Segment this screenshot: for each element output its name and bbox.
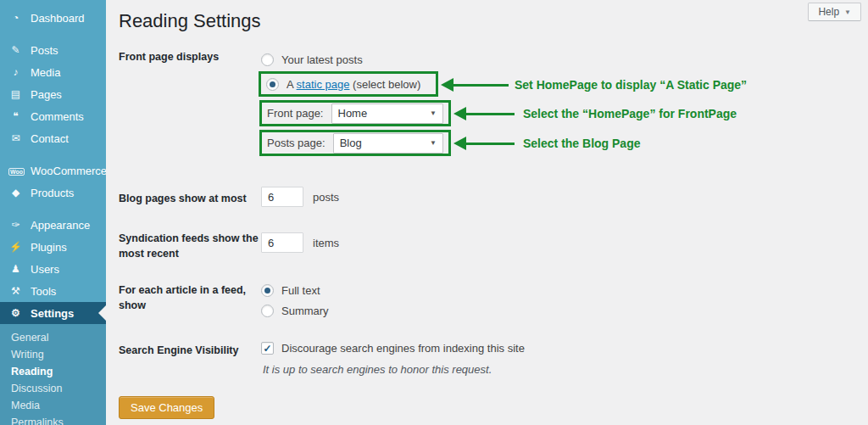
arrow-left-icon [453, 137, 466, 150]
submenu-item-writing[interactable]: Writing [0, 346, 106, 363]
arrow-left-icon [441, 78, 453, 92]
front-page-select[interactable]: Home ▼ [331, 103, 444, 124]
front-page-displays-label: Front page displays [119, 49, 264, 64]
blog-pages-label: Blog pages show at most [119, 191, 264, 206]
front-page-select-label: Front page: [267, 107, 324, 120]
sidebar-item-pages[interactable]: ▤ Pages [0, 83, 106, 105]
sidebar-item-label: Contact [31, 132, 69, 145]
user-icon: ♟ [8, 263, 23, 275]
chevron-down-icon: ▼ [430, 139, 437, 147]
annotation-box-static-page: A static page (select below) [259, 71, 438, 97]
annotation-text-blog-page: Select the Blog Page [523, 137, 640, 150]
sidebar-item-media[interactable]: ♪ Media [0, 61, 106, 83]
wrench-icon: ⚒ [8, 285, 23, 297]
comment-bubble-icon: ❝ [8, 110, 23, 122]
summary-radio-row: Summary [261, 305, 329, 317]
submenu-item-discussion[interactable]: Discussion [0, 380, 106, 397]
wordpress-admin-window: ◔ Dashboard ✎ Posts ♪ Media ▤ Pages ❝ Co… [0, 0, 868, 425]
full-text-radio[interactable] [261, 284, 274, 297]
sidebar-separator [0, 149, 106, 159]
sidebar-item-label: Posts [31, 44, 58, 57]
sidebar-separator [0, 204, 106, 214]
latest-posts-radio[interactable] [261, 53, 274, 66]
woocommerce-icon: Woo [8, 165, 23, 176]
submenu-item-reading[interactable]: Reading [0, 363, 106, 380]
summary-radio[interactable] [261, 305, 274, 317]
chevron-down-icon: ▼ [430, 109, 437, 117]
plug-icon: ⚡ [8, 241, 23, 253]
annotation-arrow-2 [453, 107, 515, 120]
sidebar-item-label: Dashboard [31, 12, 85, 25]
sidebar-item-label: Appearance [31, 219, 90, 232]
feed-show-label: For each article in a feed, show [119, 282, 264, 313]
annotation-arrow-3 [453, 137, 515, 150]
sidebar-item-dashboard[interactable]: ◔ Dashboard [0, 7, 106, 29]
annotation-box-posts-page-select: Posts page: Blog ▼ [259, 130, 451, 156]
help-label: Help [818, 6, 839, 18]
discourage-checkbox[interactable]: ✓ [261, 342, 274, 355]
sidebar-main-menu: ◔ Dashboard ✎ Posts ♪ Media ▤ Pages ❝ Co… [0, 0, 106, 324]
main-content: Help ▼ Reading Settings Front page displ… [106, 0, 868, 425]
settings-submenu: General Writing Reading Discussion Media… [0, 324, 106, 425]
syndication-count-input[interactable] [261, 232, 303, 253]
sidebar-item-settings[interactable]: ⚙ Settings [0, 302, 106, 324]
products-cube-icon: ◆ [8, 187, 23, 199]
full-text-radio-label: Full text [281, 284, 320, 297]
sidebar-item-appearance[interactable]: ✑ Appearance [0, 214, 106, 236]
sidebar-item-users[interactable]: ♟ Users [0, 258, 106, 280]
static-page-radio-label: A static page (select below) [287, 78, 420, 91]
sidebar-item-label: WooCommerce [31, 165, 107, 177]
posts-page-select[interactable]: Blog ▼ [333, 133, 443, 154]
sidebar-item-contact[interactable]: ✉ Contact [0, 127, 106, 149]
pages-icon: ▤ [8, 88, 23, 100]
annotation-box-front-page-select: Front page: Home ▼ [259, 100, 451, 126]
sidebar-item-label: Products [31, 187, 74, 199]
blog-pages-unit: posts [313, 191, 339, 204]
sidebar-item-products[interactable]: ◆ Products [0, 182, 106, 204]
submenu-item-media[interactable]: Media [0, 397, 106, 414]
sidebar-item-label: Plugins [31, 241, 67, 254]
sidebar-item-woocommerce[interactable]: Woo WooCommerce [0, 159, 106, 182]
page-title: Reading Settings [119, 10, 261, 32]
discourage-checkbox-row: ✓ Discourage search engines from indexin… [261, 342, 525, 355]
sidebar-item-tools[interactable]: ⚒ Tools [0, 280, 106, 302]
help-button[interactable]: Help ▼ [808, 3, 861, 21]
sidebar-item-label: Users [31, 263, 59, 276]
summary-radio-label: Summary [281, 305, 329, 317]
visibility-note: It is up to search engines to honor this… [263, 363, 492, 376]
static-page-link[interactable]: static page [297, 78, 350, 91]
search-visibility-label: Search Engine Visibility [119, 343, 264, 358]
full-text-radio-row: Full text [261, 284, 320, 297]
sidebar-item-label: Settings [31, 307, 74, 320]
annotation-arrow-1 [441, 78, 509, 92]
latest-posts-radio-label: Your latest posts [281, 53, 363, 66]
arrow-left-icon [453, 107, 466, 120]
front-page-select-value: Home [338, 107, 368, 120]
sidebar-item-label: Tools [31, 285, 56, 298]
admin-sidebar: ◔ Dashboard ✎ Posts ♪ Media ▤ Pages ❝ Co… [0, 0, 106, 425]
latest-posts-radio-row: Your latest posts [261, 53, 363, 66]
pushpin-icon: ✎ [8, 44, 23, 56]
sidebar-item-label: Comments [31, 110, 84, 123]
submenu-item-general[interactable]: General [0, 329, 106, 346]
sidebar-item-posts[interactable]: ✎ Posts [0, 39, 106, 61]
annotation-text-front-page: Select the “HomePage” for FrontPage [523, 107, 737, 120]
paintbrush-icon: ✑ [8, 219, 23, 231]
sidebar-item-label: Media [31, 66, 60, 79]
envelope-icon: ✉ [8, 132, 23, 144]
dashboard-icon: ◔ [8, 12, 23, 24]
posts-page-select-value: Blog [340, 137, 362, 149]
syndication-label: Syndication feeds show the most recent [119, 231, 264, 261]
syndication-unit: items [313, 237, 339, 249]
submenu-item-permalinks[interactable]: Permalinks [0, 414, 106, 425]
static-page-radio[interactable] [266, 78, 279, 91]
posts-page-select-label: Posts page: [267, 137, 326, 149]
save-changes-button[interactable]: Save Changes [119, 396, 214, 419]
sidebar-item-plugins[interactable]: ⚡ Plugins [0, 236, 106, 258]
blog-pages-count-input[interactable] [261, 187, 303, 207]
sidebar-item-comments[interactable]: ❝ Comments [0, 105, 106, 127]
settings-icon: ⚙ [8, 307, 23, 319]
media-icon: ♪ [8, 66, 23, 78]
annotation-text-static-page: Set HomePage to display “A Static Page” [515, 78, 747, 92]
sidebar-item-label: Pages [31, 88, 62, 101]
